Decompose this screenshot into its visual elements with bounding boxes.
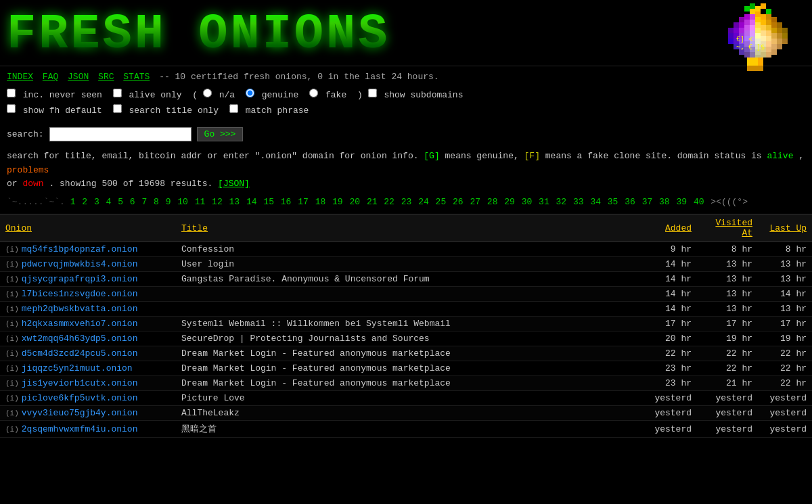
onion-info-link[interactable]: (i) (5, 275, 19, 283)
page-link-28[interactable]: 28 (487, 197, 498, 207)
nav-stats[interactable]: STATS (123, 72, 150, 82)
onion-info-link[interactable]: (i) (5, 290, 19, 298)
page-link-15[interactable]: 15 (263, 197, 274, 207)
radio-na[interactable] (203, 89, 212, 97)
page-link-37[interactable]: 37 (642, 197, 653, 207)
page-link-32[interactable]: 32 (556, 197, 567, 207)
page-link-13[interactable]: 13 (229, 197, 240, 207)
nav-faq[interactable]: FAQ (43, 72, 58, 82)
page-link-21[interactable]: 21 (367, 197, 378, 207)
option-show-subdomains[interactable]: show subdomains (368, 90, 464, 100)
page-link-18[interactable]: 18 (315, 197, 326, 207)
page-link-26[interactable]: 26 (453, 197, 464, 207)
onion-address-link[interactable]: pdwcrvqjmbwkbis4.onion (22, 259, 138, 269)
col-visited[interactable]: Visited At (697, 214, 758, 242)
option-show-fh-default[interactable]: show fh default (7, 106, 108, 116)
onion-info-link[interactable]: (i) (5, 394, 19, 403)
page-link-8[interactable]: 8 (154, 197, 159, 207)
page-link-27[interactable]: 27 (470, 197, 480, 207)
svg-text:~, € ]$: ~, € ]$ (736, 43, 765, 51)
option-match-phrase[interactable]: match phrase (229, 106, 309, 116)
page-link-19[interactable]: 19 (332, 197, 343, 207)
visited-cell: 19 hr (697, 331, 758, 346)
page-link-39[interactable]: 39 (676, 197, 687, 207)
page-link-34[interactable]: 34 (590, 197, 601, 207)
search-button[interactable]: Go >>> (197, 127, 244, 141)
page-link-11[interactable]: 11 (195, 197, 206, 207)
page-link-14[interactable]: 14 (246, 197, 257, 207)
onion-info-link[interactable]: (i) (5, 305, 19, 313)
option-alive-only[interactable]: alive only (113, 90, 187, 100)
page-link-4[interactable]: 4 (106, 197, 112, 207)
onion-info-link[interactable]: (i) (5, 320, 19, 328)
option-radio-na[interactable]: n/a (203, 90, 240, 100)
onion-address-link[interactable]: h2qkxasmmxvehio7.onion (22, 319, 138, 329)
json-link[interactable]: [JSON] (218, 179, 250, 189)
search-input[interactable] (49, 127, 191, 141)
option-radio-fake[interactable]: fake (309, 90, 352, 100)
checkbox-show-subdomains[interactable] (368, 89, 377, 97)
page-link-22[interactable]: 22 (384, 197, 394, 207)
nav-index[interactable]: INDEX (7, 72, 33, 82)
onion-info-link[interactable]: (i) (5, 335, 19, 343)
nav-json[interactable]: JSON (68, 72, 89, 82)
page-link-23[interactable]: 23 (401, 197, 412, 207)
page-link-12[interactable]: 12 (212, 197, 223, 207)
page-link-16[interactable]: 16 (281, 197, 292, 207)
onion-info-link[interactable]: (i) (5, 246, 19, 254)
option-search-title-only[interactable]: search title only (113, 106, 224, 116)
onion-info-link[interactable]: (i) (5, 365, 19, 373)
page-link-5[interactable]: 5 (118, 197, 123, 207)
onion-address-link[interactable]: vvyv3ieuo75gjb4y.onion (22, 408, 138, 418)
checkbox-match-phrase[interactable] (229, 104, 238, 113)
page-link-7[interactable]: 7 (141, 197, 147, 207)
option-radio-genuine[interactable]: genuine (246, 90, 304, 100)
onion-address-link[interactable]: 2qsqemhvwxmfm4iu.onion (22, 424, 138, 434)
onion-info-link[interactable]: (i) (5, 350, 19, 358)
onion-cell: (i)jis1yeviorb1cutx.onion (0, 376, 176, 391)
page-link-31[interactable]: 31 (539, 197, 549, 207)
page-link-33[interactable]: 33 (573, 197, 584, 207)
nav-src[interactable]: SRC (98, 72, 114, 82)
onion-address-link[interactable]: jis1yeviorb1cutx.onion (22, 378, 138, 388)
col-lastup[interactable]: Last Up (758, 214, 812, 242)
page-link-2[interactable]: 2 (82, 197, 87, 207)
col-title[interactable]: Title (176, 214, 643, 242)
page-link-30[interactable]: 30 (522, 197, 533, 207)
onion-address-link[interactable]: d5cm4d3zcd24pcu5.onion (22, 348, 138, 359)
checkbox-show-fh-default[interactable] (7, 104, 16, 113)
page-link-36[interactable]: 36 (625, 197, 635, 207)
col-added[interactable]: Added (643, 214, 697, 242)
col-onion[interactable]: Onion (0, 214, 176, 242)
page-link-9[interactable]: 9 (166, 197, 171, 207)
radio-fake[interactable] (309, 89, 318, 97)
page-link-3[interactable]: 3 (94, 197, 99, 207)
onion-info-link[interactable]: (i) (5, 426, 19, 434)
onion-address-link[interactable]: jiqqzc5yn2imuut.onion (22, 363, 133, 373)
option-inc-never-seen[interactable]: inc. never seen (7, 90, 108, 100)
page-link-24[interactable]: 24 (418, 197, 429, 207)
onion-info-link[interactable]: (i) (5, 380, 19, 388)
onion-address-link[interactable]: xwt2mqq64h63ydp5.onion (22, 334, 138, 344)
page-link-38[interactable]: 38 (659, 197, 670, 207)
onion-info-link[interactable]: (i) (5, 409, 19, 417)
onion-address-link[interactable]: l7bices1nzsvgdoe.onion (22, 289, 138, 299)
page-link-1[interactable]: 1 (70, 197, 76, 207)
page-link-10[interactable]: 10 (177, 197, 188, 207)
onion-address-link[interactable]: qjsycgrapafrqpi3.onion (22, 274, 138, 284)
page-link-25[interactable]: 25 (436, 197, 447, 207)
page-link-29[interactable]: 29 (504, 197, 515, 207)
page-link-35[interactable]: 35 (608, 197, 618, 207)
checkbox-search-title-only[interactable] (113, 104, 122, 113)
onion-address-link[interactable]: piclove6kfp5uvtk.onion (22, 393, 138, 403)
page-link-20[interactable]: 20 (349, 197, 360, 207)
checkbox-alive-only[interactable] (113, 89, 122, 97)
page-link-17[interactable]: 17 (298, 197, 309, 207)
checkbox-inc-never-seen[interactable] (7, 89, 16, 97)
radio-genuine[interactable] (246, 89, 254, 97)
onion-address-link[interactable]: meph2qbwskbvatta.onion (22, 304, 138, 314)
onion-info-link[interactable]: (i) (5, 260, 19, 269)
page-link-6[interactable]: 6 (130, 197, 135, 207)
onion-address-link[interactable]: mq54fs1bp4opnzaf.onion (22, 244, 138, 254)
page-link-40[interactable]: 40 (694, 197, 704, 207)
